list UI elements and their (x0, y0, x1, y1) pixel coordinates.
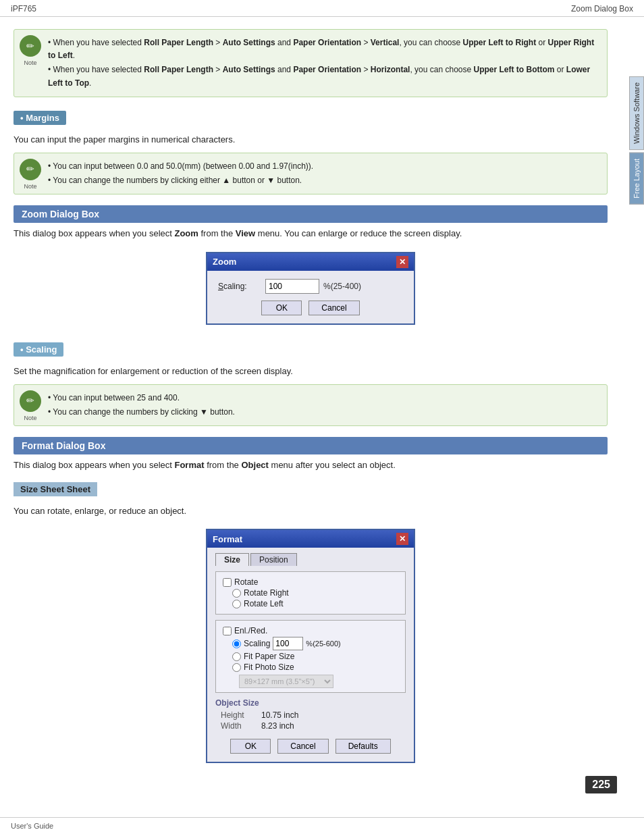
rotate-label: Rotate (234, 577, 258, 587)
zoom-section-para: This dialog box appears when you select … (14, 227, 608, 241)
format-scaling-input[interactable] (273, 637, 303, 650)
main-content: ✏ Note When you have selected Roll Paper… (0, 17, 628, 787)
note3-bullet1: You can input between 25 and 400. (48, 392, 599, 405)
format-section-para: This dialog box appears when you select … (14, 459, 608, 473)
format-dialog-body: Size Position Rotate Rotate Right (207, 548, 414, 762)
format-ok-button[interactable]: OK (230, 739, 271, 754)
object-size-section: Object Size Height 10.75 inch Width 8.23… (215, 698, 406, 731)
scaling-heading: • Scaling (14, 342, 63, 357)
note1-bullet2: When you have selected Roll Paper Length… (48, 63, 599, 89)
scaling-para: Set the magnification for enlargement or… (14, 365, 608, 379)
pencil-icon-2: ✏ (20, 159, 41, 180)
top-bar-right: Zoom Dialog Box (571, 4, 633, 14)
zoom-scaling-hint: %(25-400) (323, 282, 361, 291)
note3-bullet2: You can change the numbers by clicking ▼… (48, 406, 599, 419)
size-sheet-heading: Size Sheet Sheet (14, 482, 97, 496)
zoom-btn-row: OK Cancel (218, 301, 403, 315)
photo-dropdown-wrapper: 89×127 mm (3.5"×5") (239, 675, 398, 688)
note-icon-1: ✏ Note (20, 35, 41, 57)
format-cancel-button[interactable]: Cancel (277, 739, 328, 754)
scaling-radio-row: Scaling %(25-600) (232, 637, 398, 650)
rotate-left-row: Rotate Left (232, 599, 398, 608)
rotate-left-radio[interactable] (232, 600, 241, 608)
object-width-row: Width 8.23 inch (221, 721, 406, 731)
enlred-checkbox-row: Enl./Red. (223, 626, 398, 635)
zoom-section-heading: Zoom Dialog Box (14, 205, 608, 223)
scaling-radio-label: Scaling (244, 639, 270, 648)
note-box-2: ✏ Note You can input between 0.0 and 50.… (14, 153, 608, 194)
format-tab-position[interactable]: Position (250, 553, 297, 566)
top-bar: iPF765 Zoom Dialog Box (0, 0, 644, 17)
margins-heading-wrapper: • Margins (14, 104, 608, 129)
enlred-checkbox[interactable] (223, 627, 232, 635)
note-label-2: Note (20, 182, 41, 191)
zoom-dialog-titlebar: Zoom ✕ (207, 253, 414, 271)
format-scaling-hint: %(25-600) (306, 640, 340, 648)
margins-heading: • Margins (14, 111, 66, 125)
rotate-right-label: Rotate Right (244, 588, 289, 598)
note-box-3: ✏ Note You can input between 25 and 400.… (14, 384, 608, 426)
format-tabs: Size Position (215, 553, 406, 566)
bottom-bar-text: User's Guide (11, 822, 53, 830)
rotate-left-label: Rotate Left (244, 599, 284, 608)
note-icon-2: ✏ Note (20, 159, 41, 180)
rotate-checkbox[interactable] (223, 578, 232, 587)
scaling-heading-wrapper: • Scaling (14, 336, 608, 361)
format-dialog-close[interactable]: ✕ (396, 533, 408, 545)
sidebar-tab-freelayout[interactable]: Free Layout (629, 153, 644, 205)
object-height-row: Height 10.75 inch (221, 710, 406, 720)
format-btn-row: OK Cancel Defaults (215, 739, 406, 754)
zoom-cancel-button[interactable]: Cancel (308, 301, 359, 315)
fit-photo-row: Fit Photo Size (232, 662, 398, 672)
object-size-title: Object Size (215, 698, 406, 708)
zoom-dialog: Zoom ✕ Scaling: %(25-400) OK Cancel (206, 252, 415, 325)
rotate-right-row: Rotate Right (232, 588, 398, 598)
rotate-section: Rotate Rotate Right Rotate Left (215, 571, 406, 615)
note2-bullet1: You can input between 0.0 and 50.0(mm) (… (48, 160, 599, 173)
pencil-icon-3: ✏ (20, 390, 41, 412)
zoom-ok-button[interactable]: OK (261, 301, 302, 315)
fit-paper-radio[interactable] (232, 652, 241, 661)
format-dialog-wrapper: Format ✕ Size Position Rotate (14, 529, 608, 763)
height-label: Height (221, 710, 254, 720)
bottom-bar: User's Guide (0, 817, 644, 834)
format-dialog-title: Format (213, 534, 242, 544)
size-sheet-para: You can rotate, enlarge, or reduce an ob… (14, 504, 608, 519)
format-dialog: Format ✕ Size Position Rotate (206, 529, 415, 763)
photo-size-dropdown[interactable]: 89×127 mm (3.5"×5") (239, 675, 333, 688)
width-label: Width (221, 721, 254, 731)
note1-bullet1: When you have selected Roll Paper Length… (48, 36, 599, 62)
pencil-icon-1: ✏ (20, 35, 41, 57)
note-label-3: Note (20, 413, 41, 423)
fit-paper-label: Fit Paper Size (244, 652, 294, 661)
zoom-dialog-title: Zoom (213, 257, 236, 267)
page-wrapper: iPF765 Zoom Dialog Box Windows Software … (0, 0, 644, 834)
fit-photo-radio[interactable] (232, 663, 241, 672)
zoom-dialog-body: Scaling: %(25-400) OK Cancel (207, 271, 414, 323)
zoom-scaling-label: Scaling: (218, 282, 265, 291)
zoom-scaling-input[interactable] (265, 279, 319, 294)
rotate-right-radio[interactable] (232, 589, 241, 598)
zoom-scaling-row: Scaling: %(25-400) (218, 279, 403, 294)
enlred-label: Enl./Red. (234, 626, 267, 635)
note-box-1: ✏ Note When you have selected Roll Paper… (14, 29, 608, 97)
format-dialog-titlebar: Format ✕ (207, 530, 414, 548)
zoom-dialog-close[interactable]: ✕ (396, 256, 408, 268)
fit-paper-row: Fit Paper Size (232, 652, 398, 661)
right-sidebar: Windows Software Free Layout (629, 54, 644, 230)
rotate-checkbox-row: Rotate (223, 577, 398, 587)
format-defaults-button[interactable]: Defaults (336, 739, 391, 754)
scaling-radio[interactable] (232, 640, 241, 648)
note2-bullet2: You can change the numbers by clicking e… (48, 174, 599, 187)
zoom-dialog-wrapper: Zoom ✕ Scaling: %(25-400) OK Cancel (14, 252, 608, 325)
page-number: 225 (585, 776, 617, 793)
fit-photo-label: Fit Photo Size (244, 662, 294, 672)
sidebar-tab-windows[interactable]: Windows Software (629, 76, 644, 150)
margins-para: You can input the paper margins in numer… (14, 133, 608, 147)
format-tab-size[interactable]: Size (215, 553, 249, 566)
width-value: 8.23 inch (261, 721, 294, 731)
note-icon-3: ✏ Note (20, 390, 41, 412)
top-bar-left: iPF765 (11, 4, 36, 14)
enlred-section: Enl./Red. Scaling %(25-600) Fit Paper Si… (215, 620, 406, 693)
format-section-heading: Format Dialog Box (14, 437, 608, 454)
